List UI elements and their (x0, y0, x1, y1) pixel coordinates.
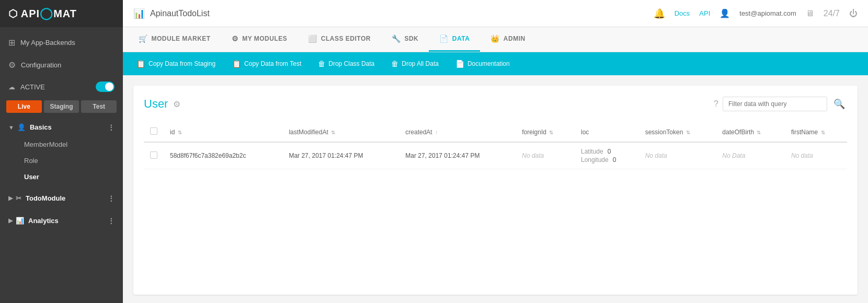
col-header-check (144, 122, 164, 142)
app-icon: 📊 (133, 8, 145, 19)
col-header-first-name: firstName ⇅ (785, 122, 847, 142)
nav-tabs: 🛒 MODULE MARKET ⚙ MY MODULES ⬜ CLASS EDI… (123, 27, 868, 52)
tab-data[interactable]: 📄 DATA (429, 27, 480, 52)
sidebar: ⬡ API◯MAT ⊞ My App-Backends ⚙ Configurat… (0, 0, 123, 303)
sidebar-section-header-basics[interactable]: ▼ 👤 Basics ⋮ (0, 118, 123, 136)
data-table: id ⇅ lastModifiedAt ⇅ createdAt ↑ (144, 122, 847, 169)
loc-longitude-row: Longitude 0 (581, 156, 633, 164)
cloud-icon: ☁ (8, 83, 15, 91)
class-editor-icon: ⬜ (308, 34, 317, 43)
notifications-icon[interactable]: 🔔 (654, 8, 665, 19)
sidebar-section-header-todo-module[interactable]: ▶ ✂ TodoModule ⋮ (0, 189, 123, 207)
user-email: test@apiomat.com (739, 9, 796, 17)
sort-icon[interactable]: ⇅ (178, 130, 182, 135)
settings-icon[interactable]: ⚙ (173, 99, 180, 109)
sidebar-section-header-analytics[interactable]: ▶ 📊 Analytics ⋮ (0, 212, 123, 230)
drop-all-icon: 🗑 (391, 60, 398, 68)
main-content: 📊 ApinautTodoList 🔔 Docs API 👤 test@apio… (123, 0, 868, 303)
sidebar-sub-item-role[interactable]: Role (0, 153, 123, 169)
active-label: ACTIVE (20, 83, 45, 91)
row-checkbox[interactable] (150, 152, 157, 159)
col-header-last-modified: lastModifiedAt ⇅ (282, 122, 399, 142)
tab-admin[interactable]: 👑 ADMIN (480, 27, 535, 52)
sort-icon[interactable]: ⇅ (686, 130, 690, 135)
app-name: ApinautTodoList (150, 9, 654, 18)
sub-nav: 📋 Copy Data from Staging 📋 Copy Data fro… (123, 52, 868, 75)
filter-input[interactable] (723, 97, 827, 111)
analytics-label: Analytics (28, 217, 59, 225)
drop-class-icon: 🗑 (318, 60, 325, 68)
sort-icon[interactable]: ⇅ (757, 130, 761, 135)
sub-nav-documentation[interactable]: 📄 Documentation (447, 52, 518, 75)
active-toggle[interactable] (96, 81, 115, 92)
topbar-actions: 🔔 Docs API 👤 test@apiomat.com 🖥 24/7 ⏻ (654, 8, 858, 19)
caret-right-icon: ▶ (8, 217, 13, 224)
test-button[interactable]: Test (81, 100, 117, 113)
logo-text: ⬡ API◯MAT (8, 7, 77, 20)
cell-date-of-birth: No Data (716, 142, 785, 169)
documentation-icon: 📄 (455, 60, 464, 68)
todo-icon: ✂ (16, 194, 21, 202)
sdk-icon: 🔧 (392, 34, 401, 43)
sub-nav-copy-staging[interactable]: 📋 Copy Data from Staging (128, 52, 224, 75)
more-icon[interactable]: ⋮ (108, 194, 115, 202)
docs-link[interactable]: Docs (675, 9, 690, 17)
more-icon[interactable]: ⋮ (108, 217, 115, 225)
sort-icon[interactable]: ↑ (435, 130, 438, 135)
sidebar-sub-item-member-model[interactable]: MemberModel (0, 136, 123, 153)
copy-test-icon: 📋 (232, 60, 241, 68)
content-header-actions: ? 🔍 (714, 96, 847, 112)
app-container: ⬡ API◯MAT ⊞ My App-Backends ⚙ Configurat… (0, 0, 868, 303)
cell-first-name: No data (785, 142, 847, 169)
sort-icon[interactable]: ⇅ (821, 130, 825, 135)
staging-button[interactable]: Staging (44, 100, 79, 113)
cell-last-modified: Mar 27, 2017 01:24:47 PM (282, 142, 399, 169)
caret-icon: ▼ (8, 124, 14, 131)
todo-module-label: TodoModule (26, 194, 65, 202)
support-icon[interactable]: 24/7 (824, 9, 840, 18)
data-icon: 📄 (439, 34, 449, 43)
tab-my-modules[interactable]: ⚙ MY MODULES (221, 27, 298, 52)
sidebar-section-basics: ▼ 👤 Basics ⋮ MemberModel Role User (0, 116, 123, 187)
sort-icon[interactable]: ⇅ (549, 130, 553, 135)
header-checkbox[interactable] (150, 127, 157, 135)
cell-loc: Latitude 0 Longitude 0 (575, 142, 639, 169)
module-market-icon: 🛒 (139, 34, 148, 43)
cell-check (144, 142, 164, 169)
cell-session-token: No data (639, 142, 716, 169)
sidebar-item-configuration[interactable]: ⚙ Configuration (0, 54, 123, 76)
col-header-foreign-id: foreignId ⇅ (516, 122, 575, 142)
my-modules-icon: ⚙ (232, 34, 239, 43)
sort-icon[interactable]: ⇅ (331, 130, 335, 135)
content-title: User ⚙ (144, 97, 180, 111)
live-button[interactable]: Live (6, 100, 42, 113)
content-area: User ⚙ ? 🔍 (123, 75, 868, 303)
more-icon[interactable]: ⋮ (108, 123, 115, 131)
content-panel: User ⚙ ? 🔍 (133, 86, 858, 295)
sidebar-logo: ⬡ API◯MAT (0, 0, 123, 27)
monitor-icon[interactable]: 🖥 (806, 9, 814, 18)
loc-latitude-row: Latitude 0 (581, 148, 633, 155)
admin-icon: 👑 (490, 34, 500, 43)
sub-nav-copy-test[interactable]: 📋 Copy Data from Test (224, 52, 310, 75)
help-icon[interactable]: ? (714, 99, 718, 109)
tab-class-editor[interactable]: ⬜ CLASS EDITOR (298, 27, 381, 52)
configuration-icon: ⚙ (8, 60, 16, 70)
power-icon[interactable]: ⏻ (849, 9, 858, 18)
cell-created-at: Mar 27, 2017 01:24:47 PM (399, 142, 516, 169)
sub-nav-drop-class[interactable]: 🗑 Drop Class Data (310, 52, 383, 75)
table-row: 58d8f67f6c7a382e69a2b2c Mar 27, 2017 01:… (144, 142, 847, 169)
tab-module-market[interactable]: 🛒 MODULE MARKET (128, 27, 221, 52)
sidebar-item-my-app-backends[interactable]: ⊞ My App-Backends (0, 31, 123, 54)
content-header: User ⚙ ? 🔍 (144, 96, 847, 112)
sub-nav-drop-all[interactable]: 🗑 Drop All Data (383, 52, 447, 75)
search-button[interactable]: 🔍 (831, 96, 847, 112)
sidebar-item-label: My App-Backends (20, 39, 115, 46)
tab-sdk[interactable]: 🔧 SDK (381, 27, 429, 52)
api-link[interactable]: API (699, 9, 710, 17)
user-icon: 👤 (719, 8, 730, 18)
col-header-id: id ⇅ (164, 122, 282, 142)
analytics-icon: 📊 (16, 217, 24, 225)
sidebar-sub-item-user[interactable]: User (0, 169, 123, 185)
caret-right-icon: ▶ (8, 195, 13, 202)
